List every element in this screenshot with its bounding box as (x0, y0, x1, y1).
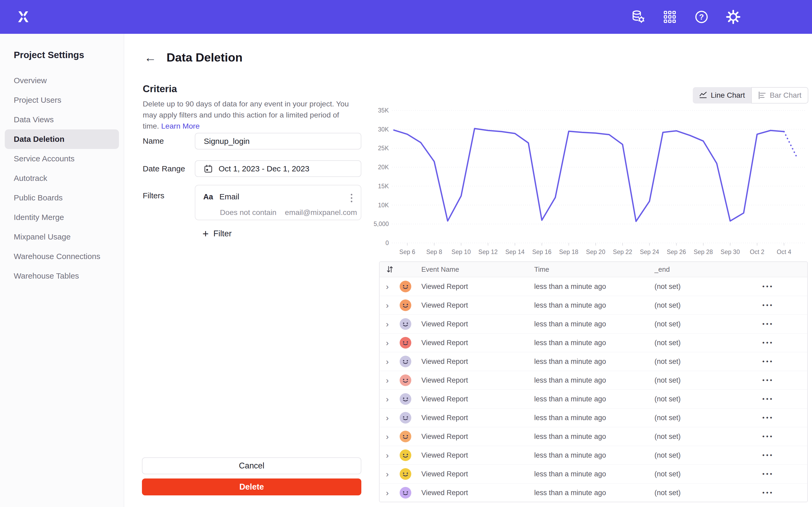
row-expand-chevron-icon[interactable]: › (386, 315, 389, 333)
row-actions-icon[interactable]: ••• (762, 484, 774, 502)
row-actions-icon[interactable]: ••• (762, 277, 774, 296)
sidebar-item-label: Warehouse Connections (14, 252, 100, 261)
line-chart-toggle[interactable]: Line Chart (693, 87, 751, 104)
table-row[interactable]: › Viewed Report less than a minute ago (… (379, 371, 807, 390)
end-cell: (not set) (654, 465, 680, 483)
svg-text:10K: 10K (378, 202, 389, 209)
row-expand-chevron-icon[interactable]: › (386, 334, 389, 352)
table-row[interactable]: › Viewed Report less than a minute ago (… (379, 484, 807, 502)
sidebar-item-warehouse-connections[interactable]: Warehouse Connections (5, 247, 119, 266)
row-expand-chevron-icon[interactable]: › (386, 408, 389, 427)
column-header-event-name[interactable]: Event Name (421, 262, 459, 277)
settings-gear-icon[interactable] (725, 8, 742, 25)
avatar (400, 281, 411, 292)
sidebar-item-public-boards[interactable]: Public Boards (5, 188, 119, 208)
svg-text:Sep 24: Sep 24 (640, 248, 659, 256)
svg-text:Oct 4: Oct 4 (777, 248, 792, 256)
back-arrow-icon[interactable]: ← (144, 52, 156, 64)
svg-text:0: 0 (386, 239, 389, 246)
svg-text:Sep 18: Sep 18 (559, 248, 578, 256)
row-expand-chevron-icon[interactable]: › (386, 371, 389, 390)
sort-rows-icon[interactable] (387, 265, 393, 274)
row-actions-icon[interactable]: ••• (762, 371, 774, 390)
delete-button[interactable]: Delete (142, 478, 361, 495)
calendar-icon (204, 164, 213, 173)
table-row[interactable]: › Viewed Report less than a minute ago (… (379, 315, 807, 334)
filter-kebab-menu-icon[interactable] (349, 192, 354, 205)
cancel-button[interactable]: Cancel (142, 457, 361, 474)
table-row[interactable]: › Viewed Report less than a minute ago (… (379, 465, 807, 484)
svg-text:Sep 14: Sep 14 (505, 248, 525, 256)
add-filter-button[interactable]: + Filter (201, 228, 233, 239)
table-row[interactable]: › Viewed Report less than a minute ago (… (379, 334, 807, 352)
bar-chart-toggle[interactable]: Bar Chart (751, 87, 808, 104)
learn-more-link[interactable]: Learn More (161, 122, 200, 130)
row-actions-icon[interactable]: ••• (762, 390, 774, 408)
row-expand-chevron-icon[interactable]: › (386, 484, 389, 502)
row-expand-chevron-icon[interactable]: › (386, 390, 389, 408)
row-actions-icon[interactable]: ••• (762, 427, 774, 446)
sidebar-item-autotrack[interactable]: Autotrack (5, 168, 119, 188)
avatar (400, 375, 411, 386)
filter-operator[interactable]: Does not contain (220, 208, 276, 217)
sidebar-item-overview[interactable]: Overview (5, 71, 119, 90)
table-row[interactable]: › Viewed Report less than a minute ago (… (379, 277, 807, 296)
event-name-cell: Viewed Report (421, 371, 468, 390)
row-actions-icon[interactable]: ••• (762, 465, 774, 483)
time-cell: less than a minute ago (534, 446, 606, 464)
criteria-description: Delete up to 90 days of data for any eve… (143, 98, 349, 131)
row-expand-chevron-icon[interactable]: › (386, 352, 389, 371)
row-expand-chevron-icon[interactable]: › (386, 427, 389, 446)
row-actions-icon[interactable]: ••• (762, 408, 774, 427)
filter-card[interactable]: Aa Email Does not contain email@mixpanel… (195, 185, 361, 220)
table-row[interactable]: › Viewed Report less than a minute ago (… (379, 446, 807, 465)
svg-text:35K: 35K (378, 107, 389, 114)
top-nav-bar: X ? (0, 0, 812, 34)
table-row[interactable]: › Viewed Report less than a minute ago (… (379, 352, 807, 371)
column-header-end[interactable]: _end (654, 262, 670, 277)
event-name-cell: Viewed Report (421, 390, 468, 408)
event-name-cell: Viewed Report (421, 465, 468, 483)
sidebar-item-data-deletion[interactable]: Data Deletion (5, 129, 119, 149)
column-header-time[interactable]: Time (534, 262, 549, 277)
sidebar-item-identity-merge[interactable]: Identity Merge (5, 208, 119, 227)
events-table: Event Name Time _end › Viewed Report les… (379, 262, 808, 502)
date-range-input[interactable]: Oct 1, 2023 - Dec 1, 2023 (195, 160, 361, 177)
name-input[interactable] (195, 133, 361, 150)
sidebar-item-warehouse-tables[interactable]: Warehouse Tables (5, 266, 119, 286)
row-expand-chevron-icon[interactable]: › (386, 446, 389, 464)
row-actions-icon[interactable]: ••• (762, 352, 774, 371)
filter-value[interactable]: email@mixpanel.com (285, 208, 357, 217)
sidebar-item-data-views[interactable]: Data Views (5, 110, 119, 129)
table-row[interactable]: › Viewed Report less than a minute ago (… (379, 296, 807, 315)
svg-text:30K: 30K (378, 126, 389, 133)
table-body: › Viewed Report less than a minute ago (… (379, 277, 807, 502)
row-expand-chevron-icon[interactable]: › (386, 296, 389, 315)
avatar (400, 318, 411, 330)
sidebar-item-mixpanel-usage[interactable]: Mixpanel Usage (5, 227, 119, 247)
sidebar-item-service-accounts[interactable]: Service Accounts (5, 149, 119, 168)
help-icon[interactable]: ? (693, 8, 710, 25)
svg-text:Sep 8: Sep 8 (426, 248, 442, 256)
apps-grid-icon[interactable] (661, 8, 678, 25)
row-actions-icon[interactable]: ••• (762, 315, 774, 333)
time-cell: less than a minute ago (534, 427, 606, 446)
table-row[interactable]: › Viewed Report less than a minute ago (… (379, 408, 807, 427)
svg-text:20K: 20K (378, 164, 389, 171)
row-expand-chevron-icon[interactable]: › (386, 465, 389, 483)
time-cell: less than a minute ago (534, 484, 606, 502)
table-row[interactable]: › Viewed Report less than a minute ago (… (379, 427, 807, 446)
data-management-icon[interactable] (629, 8, 647, 25)
bar-chart-icon (758, 91, 766, 99)
sidebar-item-project-users[interactable]: Project Users (5, 90, 119, 110)
end-cell: (not set) (654, 446, 680, 464)
row-expand-chevron-icon[interactable]: › (386, 277, 389, 296)
end-cell: (not set) (654, 371, 680, 390)
row-actions-icon[interactable]: ••• (762, 334, 774, 352)
row-actions-icon[interactable]: ••• (762, 446, 774, 464)
avatar (400, 449, 411, 461)
mixpanel-logo[interactable]: X (15, 8, 32, 25)
events-line-chart[interactable]: 05,00010K15K20K25K30K35KSep 6Sep 8Sep 10… (369, 103, 809, 261)
table-row[interactable]: › Viewed Report less than a minute ago (… (379, 390, 807, 408)
row-actions-icon[interactable]: ••• (762, 296, 774, 315)
